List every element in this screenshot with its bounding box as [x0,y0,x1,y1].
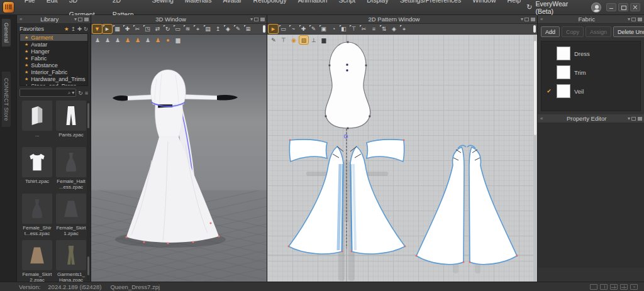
texture-tool[interactable]: ◈ [223,25,233,33]
account-badge[interactable]: ↻ EveryWear (Beta) [526,0,586,15]
collapse-panel-icon[interactable] [638,117,642,121]
library-scrollbar[interactable] [87,101,90,280]
needle-tool[interactable]: ✎ [269,36,278,44]
user-avatar[interactable] [591,3,601,13]
measure-tool[interactable]: ▭ [173,25,182,33]
edit-pattern-tool[interactable]: ▭ [279,25,288,33]
collapse-panel-icon[interactable] [260,18,265,21]
chevron-down-icon[interactable]: ▾ [628,116,630,121]
favorite-item[interactable]: Garment [20,34,87,41]
layer-tool[interactable]: ▤ [203,25,213,33]
pen-3d-tool[interactable]: ✎ [233,25,243,33]
fabric-action-button[interactable]: Delete Unused [613,26,644,37]
toolbar-overflow-handle[interactable] [263,25,265,33]
favorite-star-icon[interactable]: ★ [64,26,69,32]
arrangement-tool[interactable]: ◳ [143,25,152,33]
select-sewing-tool[interactable]: ⊤ [279,36,288,44]
chevron-down-icon[interactable]: ▾ [628,16,630,22]
3d-viewport[interactable]: ♟♟♟♟♟♟♟●▆ [91,35,267,282]
favorite-item[interactable]: Stage_and_Props [20,82,87,86]
layout-four-view-icon[interactable] [620,284,628,290]
rectangle-pattern-tool[interactable]: ▣ [319,25,328,33]
tack-tool[interactable]: ⌖ [193,25,203,33]
pattern-veil[interactable] [325,41,371,129]
edit-curvature-tool[interactable]: ~ [289,25,298,33]
fabric-action-button[interactable]: Copy [562,26,584,37]
toolbar-overflow-handle[interactable] [533,25,536,33]
cut-sew-tool[interactable]: ✂ [359,25,369,33]
library-item[interactable]: Female_Skirt 2.zpac [22,240,52,282]
minimize-button[interactable] [606,3,616,11]
search-filter-chevron-icon[interactable]: ▾ [72,90,74,96]
layout-single-icon[interactable] [590,284,597,290]
refresh-icon[interactable]: ↻ [84,26,88,32]
favorite-item[interactable]: Avatar [20,41,87,48]
list-view-icon[interactable]: ≡ [85,90,88,96]
dock-icon[interactable]: « [540,116,543,121]
fabric-action-button[interactable]: Add [541,26,560,37]
import-icon[interactable]: ↥ [71,26,75,32]
favorite-item[interactable]: Hanger [20,48,87,55]
transform-pattern-tool[interactable]: ► [269,25,278,33]
rotate-tool[interactable]: ↻ [163,25,172,33]
avatar-tape-icon[interactable]: ♟ [133,36,142,44]
export-tool[interactable]: ↥ [213,25,223,33]
collapse-panel-icon[interactable] [531,18,535,21]
avatar-half-icon[interactable]: ♟ [143,36,152,44]
avatar-zoom-icon[interactable]: ♟ [113,36,122,44]
sewing-visibility-icon[interactable]: ◉ [289,36,298,44]
library-item[interactable]: ... [22,101,52,143]
library-item[interactable]: Garments1_ Hana.zpac [56,240,86,282]
tab-general[interactable]: General [2,19,11,47]
fill-pattern-tool[interactable]: ◈ [389,25,399,33]
add-point-tool[interactable]: ✚ [299,25,308,33]
collapse-panel-icon[interactable] [84,18,89,21]
chevron-down-icon[interactable]: ▾ [250,16,253,22]
float-panel-icon[interactable] [631,18,636,21]
select-move-tool[interactable]: ► [103,25,112,33]
favorite-item[interactable]: Interior_Fabric [20,69,87,75]
fold-tool[interactable]: ≋ [183,25,192,33]
2d-scrollbar[interactable] [533,35,537,282]
fabric-item[interactable]: ✔ Veil [541,82,640,101]
seam-allowance-tool[interactable]: ≡ [369,25,379,33]
pattern-back-panels[interactable] [416,145,517,264]
avatar-platform-icon[interactable]: ▆ [174,36,182,44]
baste-icon[interactable]: ▆ [319,36,328,44]
layout-three-view-icon[interactable] [610,284,618,290]
tab-connect-store[interactable]: CONNECT Store [2,72,11,127]
avatar-pose-icon[interactable]: ♟ [123,36,132,44]
notch-tool[interactable]: ⊤ [349,25,358,33]
refresh-library-icon[interactable]: ↻ [78,90,83,96]
favorite-item[interactable]: Substance [20,62,87,69]
favorite-item[interactable]: Hardware_and_Trims [20,75,87,82]
search-input[interactable]: ⌕ ▾ [19,89,76,97]
2d-pattern-canvas[interactable]: ✎⊤◉▨⊥▆ [267,35,537,282]
dock-icon[interactable]: « [19,16,22,22]
chevron-down-icon[interactable]: ▾ [74,16,77,22]
grid-tool[interactable]: ⊞ [243,25,253,33]
circle-pattern-tool[interactable]: ◔ [329,25,338,33]
favorite-item[interactable]: Fabric [20,55,87,62]
layout-camera-view-icon[interactable] [630,284,638,290]
fabric-swatch[interactable] [557,47,570,60]
fabric-swatch[interactable] [557,65,570,79]
float-panel-icon[interactable] [525,18,529,21]
library-item[interactable]: Female_Shir t...ess.zpac [22,194,52,236]
grainline-tool[interactable]: ⇅ [379,25,389,33]
move-pattern-tool[interactable]: ⇄ [153,25,162,33]
library-item[interactable]: Female_Halt ...ess.zpac [56,147,86,190]
collapse-panel-icon[interactable] [638,18,642,21]
sewing-tool[interactable]: ✂ [133,25,142,33]
dock-icon[interactable]: « [540,16,543,22]
layout-two-view-icon[interactable] [600,284,608,290]
show-accessories-icon[interactable]: ♟ [103,36,112,44]
maximize-button[interactable] [618,3,628,11]
fabric-action-button[interactable]: Assign [586,26,611,37]
fabric-swatch[interactable] [557,84,570,98]
chevron-down-icon[interactable]: ▾ [521,16,523,22]
simulate-tool[interactable]: ▼ [92,25,102,33]
library-item[interactable]: Tshirt.zpac [22,147,52,190]
dart-tool[interactable]: ◧ [339,25,348,33]
float-panel-icon[interactable] [631,117,636,121]
